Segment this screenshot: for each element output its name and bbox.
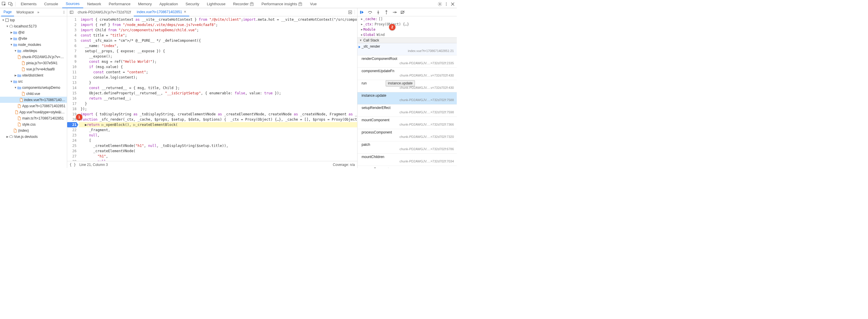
- code-line[interactable]: const _sfc_main = "cm">/* @__PURE__ */ _…: [79, 38, 357, 43]
- line-gutter[interactable]: 1234567891011121314151617181920212223242…: [67, 17, 79, 161]
- expand-arrow-icon[interactable]: ▶: [10, 37, 13, 40]
- tree-row[interactable]: ▶@vite: [0, 35, 67, 41]
- navigator-menu-icon[interactable]: [62, 10, 66, 14]
- scope-row[interactable]: ▶ _cache:[]: [358, 17, 457, 22]
- code-line[interactable]: _createElementVNode("h1", null, _toDispl…: [79, 143, 357, 148]
- settings-icon[interactable]: [437, 1, 443, 7]
- more-icon[interactable]: [443, 1, 449, 7]
- tree-row[interactable]: App.vue?t=1708671402851: [0, 103, 67, 109]
- close-tab-icon[interactable]: ✕: [184, 10, 186, 14]
- expand-arrow-icon[interactable]: ▼: [10, 80, 13, 83]
- callstack-frame[interactable]: _sfc_renderindex.vue?t=1708671402851:21: [358, 43, 457, 56]
- navigator-tab-page[interactable]: Page: [1, 8, 14, 17]
- tree-row[interactable]: vue.js?v=e4cfaaf8: [0, 66, 67, 72]
- step-icon[interactable]: [392, 10, 397, 14]
- callstack-frame[interactable]: mountComponentchunk-PD2AWGJV.…=732d702f:…: [358, 117, 457, 129]
- code-line[interactable]: }: [79, 101, 357, 106]
- code-line[interactable]: if (msg.value) {: [79, 64, 357, 69]
- line-number[interactable]: 19: [67, 112, 76, 117]
- tree-row[interactable]: App.vue?vue&type=style&index=0: [0, 109, 67, 115]
- tree-row[interactable]: ▼node_modules: [0, 41, 67, 48]
- line-number[interactable]: 5: [67, 38, 76, 43]
- step-out-icon[interactable]: [384, 10, 389, 14]
- callstack-frame[interactable]: processFragmentchunk-PD2AWGJV.…=732d702f…: [358, 166, 457, 168]
- tree-row[interactable]: ▼src: [0, 78, 67, 84]
- tree-row[interactable]: ▶vite/dist/client: [0, 72, 67, 78]
- tab-recorder[interactable]: Recorder: [229, 0, 257, 8]
- code-line[interactable]: return __returned__;: [79, 96, 357, 101]
- line-number[interactable]: 21: [67, 122, 76, 127]
- scope-row[interactable]: ▶ Module: [358, 27, 457, 32]
- line-number[interactable]: 1: [67, 17, 76, 22]
- tree-row[interactable]: style.css: [0, 121, 67, 127]
- code-line[interactable]: ▶return ▷_openBlock(), ▷_createElementBl…: [79, 122, 357, 127]
- line-number[interactable]: 17: [67, 101, 76, 106]
- tree-row[interactable]: child.vue: [0, 91, 67, 97]
- code-line[interactable]: null,: [79, 159, 357, 161]
- code-line[interactable]: import { ref } from "/node_modules/.vite…: [79, 22, 357, 27]
- line-number[interactable]: 2: [67, 22, 76, 27]
- code-line[interactable]: _Fragment,: [79, 127, 357, 133]
- tab-performance[interactable]: Performance: [105, 0, 134, 8]
- code-line[interactable]: import { toDisplayString as _toDisplaySt…: [79, 112, 357, 117]
- code-line[interactable]: });: [79, 106, 357, 112]
- line-number[interactable]: 28: [67, 159, 76, 161]
- callstack-frame[interactable]: mountChildrenchunk-PD2AWGJV.…=732d702f:7…: [358, 154, 457, 166]
- line-number[interactable]: 15: [67, 91, 76, 96]
- expand-arrow-icon[interactable]: ▶: [6, 135, 9, 138]
- code-line[interactable]: "h1",: [79, 154, 357, 159]
- line-number[interactable]: 25: [67, 143, 76, 148]
- code-line[interactable]: setup(__props, { expose: __expose }) {: [79, 49, 357, 54]
- expand-arrow-icon[interactable]: ▼: [2, 19, 5, 22]
- line-number[interactable]: 12: [67, 75, 76, 80]
- close-icon[interactable]: [450, 1, 456, 7]
- run-snippet-icon[interactable]: [347, 10, 353, 14]
- callstack-frame[interactable]: renderComponentRootchunk-PD2AWGJV.…=732d…: [358, 56, 457, 68]
- scope-row[interactable]: ▶ GlobalWind: [358, 32, 457, 37]
- step-over-icon[interactable]: [367, 10, 373, 14]
- tab-lighthouse[interactable]: Lighthouse: [203, 0, 229, 8]
- tree-row[interactable]: ▼components/setupDemo: [0, 84, 67, 91]
- code-line[interactable]: const msg = ref("Hello World!");: [79, 59, 357, 64]
- line-number[interactable]: 23: [67, 133, 76, 138]
- code-line[interactable]: const content = "content";: [79, 69, 357, 75]
- code-line[interactable]: __expose();: [79, 54, 357, 59]
- code-line[interactable]: _createElementVNode(: [79, 148, 357, 154]
- line-number[interactable]: 20: [67, 117, 76, 122]
- tree-row[interactable]: (index): [0, 127, 67, 134]
- line-number[interactable]: 26: [67, 148, 76, 154]
- line-number[interactable]: 9: [67, 59, 76, 64]
- callstack-frame[interactable]: componentUpdateFnchunk-PD2AWGJV.…v=732d7…: [358, 68, 457, 80]
- tab-console[interactable]: Console: [40, 0, 62, 8]
- line-number[interactable]: 18: [67, 106, 76, 112]
- tree-row[interactable]: ▼localhost:5173: [0, 23, 67, 29]
- tree-row[interactable]: index.vue?t=1708671402851: [0, 97, 67, 103]
- expand-arrow-icon[interactable]: ▼: [14, 49, 17, 52]
- scope-variables[interactable]: ▶ _cache:[]▶ _ctx:Proxy(Object) {…}▶ Mod…: [358, 17, 457, 37]
- code-line[interactable]: [: [79, 138, 357, 143]
- code-line[interactable]: const title = "title";: [79, 33, 357, 38]
- tree-row[interactable]: ▼top: [0, 17, 67, 23]
- editor-tab-index[interactable]: index.vue?t=1708671402851 ✕: [134, 8, 189, 17]
- code-line[interactable]: Object.defineProperty(__returned__, "__i…: [79, 91, 357, 96]
- tab-memory[interactable]: Memory: [135, 0, 155, 8]
- code-line[interactable]: const __returned__ = { msg, title, Child…: [79, 85, 357, 91]
- tab-vue[interactable]: Vue: [306, 0, 320, 8]
- code-line[interactable]: import Child from "/src/components/setup…: [79, 27, 357, 33]
- navigator-tab-workspace[interactable]: Workspace: [14, 8, 36, 17]
- callstack-frame[interactable]: processComponentchunk-PD2AWGJV.…=732d702…: [358, 129, 457, 141]
- callstack-frame[interactable]: patchchunk-PD2AWGJV.…=732d702f:6786: [358, 141, 457, 154]
- editor-tab-chunk[interactable]: chunk-PD2AWGJV.js?v=732d702f: [75, 8, 134, 17]
- line-number[interactable]: 7: [67, 49, 76, 54]
- tab-sources[interactable]: Sources: [62, 0, 83, 8]
- line-number[interactable]: 22: [67, 127, 76, 133]
- deactivate-breakpoints-icon[interactable]: [400, 10, 405, 14]
- tree-row[interactable]: main.ts?t=1708671402851: [0, 115, 67, 121]
- device-toolbar-icon[interactable]: [8, 1, 13, 7]
- expand-arrow-icon[interactable]: ▼: [10, 43, 13, 46]
- line-number[interactable]: 27: [67, 154, 76, 159]
- scope-row[interactable]: ▶ _ctx:Proxy(Object) {…}: [358, 22, 457, 27]
- tab-security[interactable]: Security: [182, 0, 203, 8]
- tab-performance-insights[interactable]: Performance insights: [258, 0, 306, 8]
- tab-elements[interactable]: Elements: [17, 0, 40, 8]
